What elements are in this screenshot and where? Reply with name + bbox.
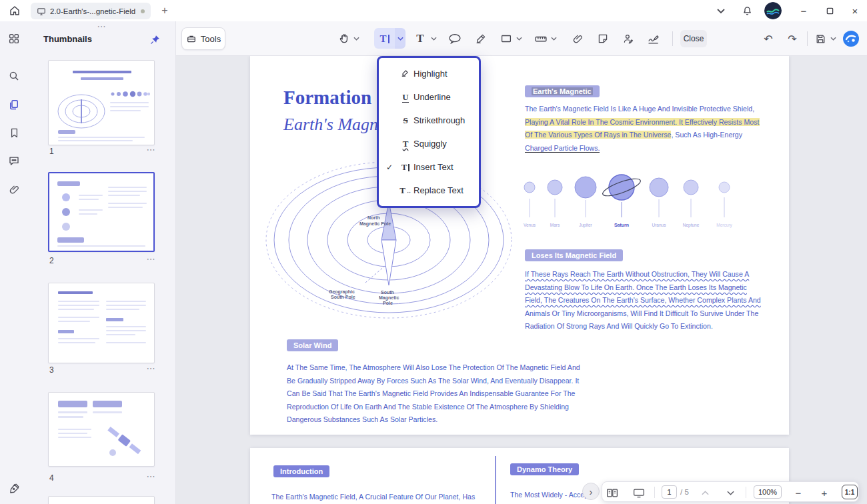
status-bar: / 5 100% − + 1:1 (602, 481, 859, 502)
thumbnails-title: Thumbnails (43, 34, 92, 44)
thumbnail-page-1[interactable] (48, 60, 155, 145)
measure-tool-dropdown[interactable] (550, 29, 558, 48)
attachments-button[interactable] (5, 180, 23, 199)
maximize-button[interactable] (817, 0, 842, 21)
toolbar: Tools T T (176, 21, 867, 56)
home-button[interactable] (5, 3, 24, 19)
two-page-icon (606, 488, 618, 498)
svg-text:Venus: Venus (524, 223, 536, 227)
thumbnails-panel-button[interactable] (5, 95, 23, 114)
svg-text:Magnetic Pole: Magnetic Pole (359, 221, 391, 227)
save-dropdown[interactable] (829, 29, 838, 48)
thumbnail-page-4[interactable] (48, 392, 155, 467)
insert-text-tool-button[interactable]: T (374, 28, 395, 49)
menu-item-strikethrough[interactable]: S Strikethrough (379, 109, 479, 132)
collapse-statusbar-button[interactable]: › (582, 483, 600, 500)
document-tab[interactable]: 2.0-Earth's-...gnetic-Field (31, 3, 151, 19)
search-button[interactable] (5, 67, 23, 85)
measure-tool-button[interactable] (532, 29, 550, 48)
page-number-input[interactable] (662, 485, 677, 499)
monitor-icon (37, 7, 46, 16)
toolbar-divider (807, 31, 808, 46)
apps-grid-button[interactable] (5, 29, 23, 48)
ruler-icon (534, 33, 548, 44)
badge-introduction: Introduction (273, 465, 329, 477)
thumbnail-page-3[interactable] (48, 283, 155, 363)
menu-item-insert-text[interactable]: ✓ T Insert Text (379, 155, 479, 179)
sticker-icon (597, 33, 609, 45)
new-tab-button[interactable]: + (157, 3, 172, 18)
menu-item-squiggly[interactable]: T Squiggly (379, 132, 479, 155)
insert-text-dropdown-button[interactable] (395, 28, 405, 49)
reading-mode-button[interactable] (632, 485, 646, 500)
svg-text:Saturn: Saturn (614, 223, 629, 227)
document-canvas[interactable]: Formation Of The Earth's Magnetic Field … (176, 56, 867, 504)
add-text-dropdown[interactable] (429, 29, 438, 48)
stamp-tool-button[interactable] (619, 29, 638, 48)
pin-panel-button[interactable] (147, 31, 163, 47)
highlighter-tool-button[interactable] (472, 29, 490, 48)
thumb1-planets-icon (110, 90, 150, 98)
menu-item-underline[interactable]: U Underline (379, 85, 479, 109)
paragraph-line: Field, The Creatures On The Earth's Surf… (525, 294, 737, 307)
replace-text-icon: T↔ (397, 185, 413, 196)
toolbar-divider (672, 31, 673, 46)
hand-tool-button[interactable] (335, 29, 353, 48)
maximize-icon (826, 7, 834, 15)
menu-item-highlight[interactable]: Highlight (379, 62, 479, 85)
ai-assistant-button[interactable] (842, 29, 860, 48)
undo-button[interactable]: ↶ (759, 29, 778, 48)
thumbnail-menu-button[interactable]: ⋯ (143, 145, 159, 156)
previous-page-button[interactable] (698, 485, 712, 500)
ai-assistant-icon (842, 30, 860, 47)
zoom-out-button[interactable]: − (791, 485, 806, 500)
titlebar-collapse-button[interactable] (712, 2, 730, 19)
svg-text:Mercury: Mercury (716, 223, 732, 228)
hand-tool-dropdown[interactable] (352, 29, 361, 48)
two-page-view-button[interactable] (605, 485, 620, 500)
save-button[interactable] (811, 29, 830, 48)
comment-tool-button[interactable] (446, 29, 464, 48)
zoom-level-input[interactable]: 100% (754, 485, 782, 499)
bookmarks-button[interactable] (5, 123, 23, 142)
svg-text:Magnetic: Magnetic (379, 295, 399, 301)
thumbnail-menu-button[interactable]: ⋯ (143, 472, 159, 483)
tools-button[interactable]: Tools (181, 27, 225, 50)
planets-diagram: Venus Mars Jupiter Saturn Uranus Neptune… (516, 167, 736, 231)
bookmark-icon (9, 127, 20, 139)
chevron-down-icon (397, 37, 403, 41)
next-page-button[interactable] (723, 485, 738, 500)
thumbnail-page-2[interactable] (48, 172, 155, 252)
actual-size-button[interactable]: 1:1 (842, 485, 858, 499)
shape-tool-button[interactable] (497, 29, 516, 48)
minimize-button[interactable]: − (791, 0, 816, 21)
thumbnail-menu-button[interactable]: ⋯ (143, 364, 159, 375)
signature-tool-button[interactable] (644, 29, 663, 48)
thumbnail-page-5[interactable] (48, 496, 155, 504)
pen-tools-button[interactable] (5, 479, 23, 498)
paragraph-line: Devastating Blow To Life On Earth. Once … (525, 281, 737, 295)
menu-item-replace-text[interactable]: T↔ Replace Text (379, 179, 479, 202)
page-number: 4 (49, 473, 54, 483)
pin-icon (149, 34, 161, 45)
avatar[interactable] (764, 2, 782, 19)
statusbar-divider (654, 487, 655, 498)
close-tools-button[interactable]: Close (680, 30, 707, 47)
attach-file-tool-button[interactable] (568, 29, 587, 48)
text-edit-dropdown-menu: Highlight U Underline S Strikethrough T … (377, 56, 481, 208)
svg-text:Jupiter: Jupiter (579, 223, 592, 228)
comments-button[interactable] (5, 151, 23, 170)
paragraph-1: The Earth's Magnetic Field Is Like A Hug… (525, 103, 737, 155)
panel-drag-handle-icon[interactable]: ⋯ (28, 22, 175, 31)
paragraph-line: Radiation Of Strong Rays And Will Quickl… (525, 320, 737, 333)
close-window-button[interactable]: × (842, 0, 867, 21)
shape-tool-dropdown[interactable] (515, 29, 524, 48)
statusbar-divider (746, 487, 746, 498)
add-text-tool-button[interactable]: T (411, 29, 429, 48)
zoom-in-button[interactable]: + (817, 485, 832, 500)
pdf-page-1[interactable]: Formation Of The Earth's Magnetic Field … (250, 56, 789, 435)
redo-button[interactable]: ↷ (783, 29, 802, 48)
notifications-button[interactable] (738, 2, 756, 19)
sticker-tool-button[interactable] (594, 29, 612, 48)
thumbnail-menu-button[interactable]: ⋯ (143, 255, 159, 265)
